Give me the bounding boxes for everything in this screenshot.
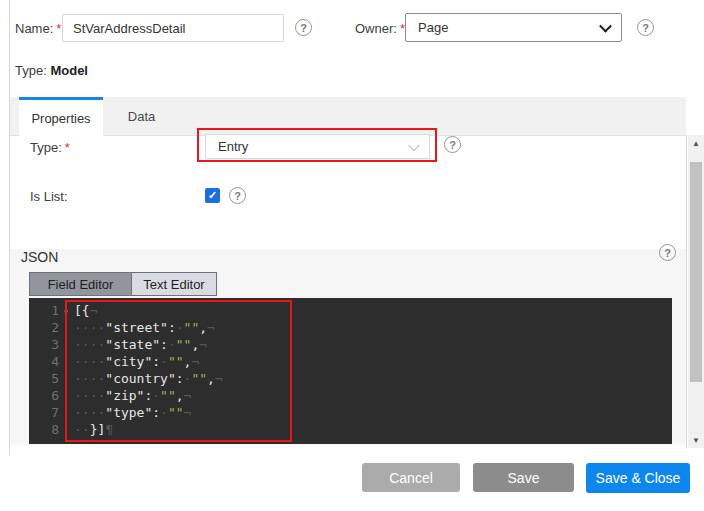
question-glyph: ?: [234, 190, 241, 202]
code-text: ····"zip":·"",¬: [73, 388, 191, 403]
is-list-help-icon[interactable]: ?: [229, 187, 246, 204]
line-number: 8: [29, 421, 59, 438]
entry-type-label-text: Type:: [30, 140, 62, 155]
name-required-mark: *: [56, 21, 61, 36]
code-text: ····"country":·"",¬: [73, 371, 223, 386]
code-line: 2 ····"street":·"",¬: [29, 319, 672, 336]
up-arrow-glyph: ▲: [692, 139, 700, 148]
is-list-label-text: Is List:: [30, 189, 68, 204]
code-line: 1▾[{¬: [29, 302, 672, 319]
type-line-value: Model: [50, 63, 88, 78]
code-text: ····"city":·"",¬: [73, 354, 199, 369]
is-list-checkbox[interactable]: ✓: [205, 188, 220, 203]
eol-marker: ¬: [184, 405, 192, 420]
tab-properties[interactable]: Properties: [19, 97, 103, 136]
field-editor-label: Field Editor: [48, 277, 114, 292]
save-and-close-button[interactable]: Save & Close: [586, 463, 690, 493]
code-text: ····"street":·"",¬: [73, 320, 215, 335]
eol-marker: ¬: [207, 320, 215, 335]
code-text: ····"type":·""¬: [73, 405, 191, 420]
name-label-text: Name:: [15, 21, 53, 36]
name-help-icon[interactable]: ?: [295, 19, 312, 36]
entry-type-help-icon[interactable]: ?: [444, 136, 461, 153]
tab-bar: Properties Data: [10, 97, 686, 136]
is-list-label: Is List:: [30, 189, 68, 204]
code-text: ··}]¶: [73, 422, 113, 437]
code-text: [{¬: [73, 303, 97, 318]
line-number: 1: [29, 302, 59, 319]
cancel-button[interactable]: Cancel: [362, 463, 460, 492]
code-text: ····"state":·"",¬: [73, 337, 207, 352]
scrollbar-up-icon[interactable]: ▲: [688, 137, 704, 149]
model-variable-dialog: Name:* ? Owner:* Page ? Type: Model Prop…: [0, 0, 704, 511]
fold-caret-icon[interactable]: ▾: [59, 303, 73, 320]
line-number: 6: [29, 387, 59, 404]
save-button[interactable]: Save: [473, 463, 574, 492]
name-input[interactable]: [62, 14, 284, 42]
fold-spacer: [59, 354, 73, 371]
fold-spacer: [59, 388, 73, 405]
down-arrow-glyph: ▼: [692, 436, 700, 445]
owner-label-text: Owner:: [355, 21, 397, 36]
scrollbar-thumb[interactable]: [690, 162, 702, 382]
owner-select[interactable]: Page: [405, 13, 622, 42]
owner-label: Owner:*: [355, 21, 405, 36]
tab-data-label: Data: [128, 109, 155, 124]
code-lines: 1▾[{¬2 ····"street":·"",¬3 ····"state":·…: [29, 298, 672, 438]
question-glyph: ?: [664, 247, 671, 259]
code-line: 8 ··}]¶: [29, 421, 672, 438]
field-editor-button[interactable]: Field Editor: [30, 273, 132, 295]
check-icon: ✓: [208, 189, 217, 202]
code-line: 6 ····"zip":·"",¬: [29, 387, 672, 404]
line-number: 2: [29, 319, 59, 336]
line-number: 5: [29, 370, 59, 387]
fold-spacer: [59, 422, 73, 439]
question-glyph: ?: [300, 22, 307, 34]
code-line: 4 ····"city":·"",¬: [29, 353, 672, 370]
name-label: Name:*: [15, 21, 61, 36]
question-glyph: ?: [449, 139, 456, 151]
tab-data[interactable]: Data: [103, 97, 180, 136]
viewport-right-border: [686, 135, 687, 448]
json-code-editor[interactable]: 1▾[{¬2 ····"street":·"",¬3 ····"state":·…: [29, 298, 672, 444]
entry-type-select[interactable]: Entry: [205, 134, 430, 159]
owner-select-value: Page: [418, 20, 448, 35]
type-line-label: Type:: [15, 63, 47, 78]
json-help-icon[interactable]: ?: [659, 244, 676, 261]
scrollbar-down-icon[interactable]: ▼: [688, 434, 704, 446]
fold-spacer: [59, 371, 73, 388]
question-glyph: ?: [642, 22, 649, 34]
json-section-title: JSON: [21, 249, 58, 265]
line-number: 4: [29, 353, 59, 370]
eol-marker: ¬: [215, 371, 223, 386]
entry-type-select-value: Entry: [218, 139, 248, 154]
eol-marker: ¬: [191, 354, 199, 369]
code-line: 3 ····"state":·"",¬: [29, 336, 672, 353]
editor-mode-toggle: Field Editor Text Editor: [29, 272, 217, 296]
fold-spacer: [59, 337, 73, 354]
line-number: 7: [29, 404, 59, 421]
entry-type-required-mark: *: [65, 140, 70, 155]
eol-marker: ¶: [105, 422, 113, 437]
eol-marker: ¬: [199, 337, 207, 352]
line-number: 3: [29, 336, 59, 353]
fold-spacer: [59, 320, 73, 337]
text-editor-button[interactable]: Text Editor: [132, 273, 216, 295]
tab-properties-label: Properties: [31, 111, 90, 126]
owner-help-icon[interactable]: ?: [637, 19, 654, 36]
code-line: 5 ····"country":·"",¬: [29, 370, 672, 387]
chevron-down-icon: [408, 139, 419, 150]
variable-type-line: Type: Model: [15, 63, 88, 78]
entry-type-label: Type:*: [30, 140, 70, 155]
code-line: 7 ····"type":·""¬: [29, 404, 672, 421]
eol-marker: ¬: [184, 388, 192, 403]
text-editor-label: Text Editor: [143, 277, 204, 292]
chevron-down-icon: [599, 19, 612, 32]
fold-spacer: [59, 405, 73, 422]
eol-marker: ¬: [90, 303, 98, 318]
